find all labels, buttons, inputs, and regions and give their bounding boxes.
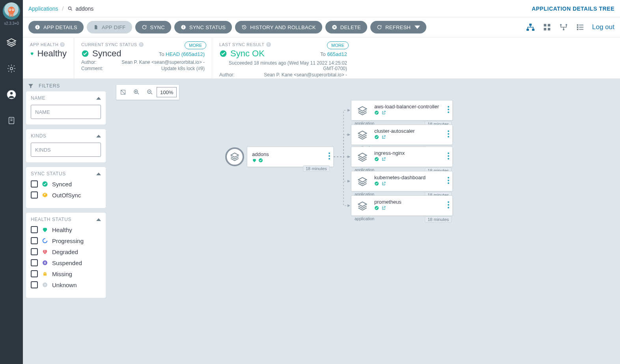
history-rollback-button[interactable]: HISTORY AND ROLLBACK <box>235 21 322 33</box>
external-link-icon[interactable] <box>381 181 386 186</box>
logout-link[interactable]: Log out <box>592 23 614 31</box>
filter-kinds-input[interactable] <box>31 143 101 157</box>
collapse-icon[interactable] <box>96 173 101 175</box>
child-node-name: kubernetes-dashboard <box>374 175 441 180</box>
child-node[interactable]: prometheus application 18 minutes <box>351 195 453 216</box>
filter-healthy-row[interactable]: Healthy <box>31 226 101 233</box>
help-icon[interactable]: ? <box>139 42 144 47</box>
stack-icon <box>355 150 370 164</box>
version-label: v2.3.3+0 <box>4 21 19 26</box>
filter-synced-row[interactable]: Synced <box>31 180 101 188</box>
filter-name-panel: NAME <box>26 91 106 124</box>
page-title: APPLICATION DETAILS TREE <box>532 6 614 12</box>
child-node-menu[interactable] <box>448 106 449 113</box>
stack-icon <box>355 175 370 189</box>
collapse-icon[interactable] <box>96 135 101 137</box>
filter-degraded-row[interactable]: Degraded <box>31 248 101 255</box>
help-icon[interactable]: ? <box>266 42 271 47</box>
root-node[interactable]: addons <box>247 147 334 167</box>
filter-missing-row[interactable]: Missing <box>31 270 101 277</box>
help-icon[interactable]: ? <box>60 42 65 47</box>
external-link-icon[interactable] <box>381 206 386 210</box>
search-icon <box>67 6 73 11</box>
refresh-button[interactable]: REFRESH <box>370 21 426 33</box>
toolbar: APP DETAILS APP DIFF SYNC SYNC STATUS HI… <box>23 17 620 37</box>
last-commit-link[interactable]: 665ad12 <box>327 51 347 57</box>
sync-status-button[interactable]: SYNC STATUS <box>174 21 232 33</box>
missing-icon <box>42 271 48 277</box>
child-node-menu[interactable] <box>448 152 449 160</box>
last-more-button[interactable]: MORE <box>327 41 349 49</box>
synced-icon <box>42 181 48 187</box>
tree-canvas[interactable]: 100% addons 18 minutes aws-load-b <box>109 79 620 364</box>
sync-more-button[interactable]: MORE <box>185 41 206 49</box>
filter-name-input[interactable] <box>31 105 101 119</box>
filters-sidebar: FILTERS NAME KINDS SYNC STATUS Synced Ou… <box>23 79 109 364</box>
sync-status-value: Synced <box>92 48 121 59</box>
filter-suspended-row[interactable]: Suspended <box>31 259 101 266</box>
checkbox[interactable] <box>31 270 38 277</box>
view-tiles-icon[interactable] <box>542 22 552 32</box>
child-node[interactable]: cluster-autoscaler application 18 minute… <box>351 124 453 145</box>
app-details-button[interactable]: APP DETAILS <box>28 21 84 33</box>
suspended-icon <box>42 260 48 266</box>
filter-outofsync-row[interactable]: OutOfSync <box>31 191 101 199</box>
stack-icon <box>230 152 240 162</box>
sync-button[interactable]: SYNC <box>135 21 171 33</box>
file-icon <box>93 24 99 30</box>
checkbox[interactable] <box>31 191 38 199</box>
nav-docs-icon[interactable] <box>6 115 17 126</box>
root-node-menu[interactable] <box>329 152 330 160</box>
app-diff-button[interactable]: APP DIFF <box>87 21 132 33</box>
view-list-icon[interactable] <box>575 22 585 32</box>
external-link-icon[interactable] <box>381 110 386 115</box>
root-node-name: addons <box>252 151 329 157</box>
breadcrumb-applications[interactable]: Applications <box>28 6 58 12</box>
zoom-in-button[interactable] <box>130 85 143 100</box>
zoom-fit-button[interactable] <box>116 85 130 100</box>
checkbox[interactable] <box>31 226 38 233</box>
nav-user-icon[interactable] <box>6 89 17 100</box>
external-link-icon[interactable] <box>381 157 386 162</box>
external-link-icon[interactable] <box>381 135 386 139</box>
stack-icon <box>355 199 370 213</box>
checkbox[interactable] <box>31 248 38 255</box>
child-node[interactable]: ingress-nginx application 18 minutes <box>351 147 453 167</box>
checkbox[interactable] <box>31 180 38 188</box>
outofsync-icon <box>42 192 48 198</box>
info-icon <box>35 24 40 30</box>
sync-head-link[interactable]: HEAD (665ad12) <box>166 51 205 57</box>
filter-progressing-row[interactable]: Progressing <box>31 237 101 244</box>
breadcrumb-app[interactable]: addons <box>67 6 93 12</box>
child-node-age: 18 minutes <box>425 216 452 223</box>
view-network-icon[interactable] <box>559 22 568 32</box>
filter-unknown-row[interactable]: Unknown <box>31 281 101 288</box>
child-node[interactable]: aws-load-balancer-controller application… <box>351 100 453 121</box>
child-node-menu[interactable] <box>448 177 449 184</box>
checkbox[interactable] <box>31 259 38 266</box>
child-node-menu[interactable] <box>448 201 449 208</box>
nav-settings-icon[interactable] <box>6 63 17 74</box>
checkbox[interactable] <box>31 281 38 288</box>
collapse-icon[interactable] <box>96 218 101 221</box>
last-sync-block: LAST SYNC RESULT? MORE Sync OK To 665ad1… <box>212 37 354 78</box>
child-node[interactable]: kubernetes-dashboard application 18 minu… <box>351 171 453 191</box>
root-node-age: 18 minutes <box>303 165 330 172</box>
nav-applications-icon[interactable] <box>6 37 17 48</box>
view-tree-icon[interactable] <box>526 22 535 32</box>
delete-button[interactable]: DELETE <box>325 21 367 33</box>
zoom-out-button[interactable] <box>143 85 157 100</box>
heart-icon <box>42 227 48 233</box>
app-health-block: APP HEALTH? Healthy <box>23 37 74 78</box>
breadcrumb-app-name: addons <box>75 6 93 12</box>
unknown-icon <box>42 282 48 288</box>
degraded-icon <box>42 249 48 255</box>
last-succeeded: Succeeded 18 minutes ago (Wed May 11 202… <box>219 60 347 71</box>
checkbox[interactable] <box>31 237 38 244</box>
child-node-menu[interactable] <box>448 130 449 137</box>
check-icon <box>374 110 379 115</box>
check-icon <box>258 158 263 163</box>
collapse-icon[interactable] <box>96 97 101 100</box>
child-node-name: aws-load-balancer-controller <box>374 104 441 110</box>
sync-status-label: CURRENT SYNC STATUS <box>81 42 137 47</box>
